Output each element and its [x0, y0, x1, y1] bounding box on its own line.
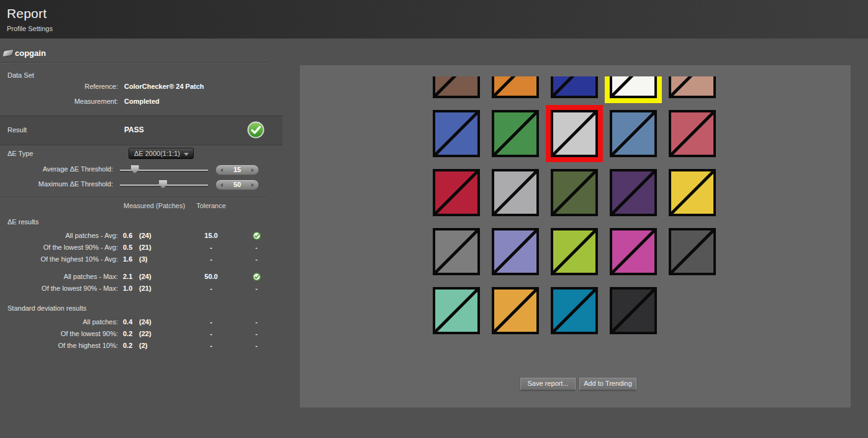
- result-row: Of the highest 10% - Avg:1.6(3)--: [0, 255, 283, 267]
- row-pass-status: [244, 273, 269, 281]
- patch-diagonal-line: [612, 290, 654, 332]
- slider-thumb[interactable]: [131, 165, 139, 173]
- patch-report-panel: Save report... Add to Trending: [300, 65, 851, 408]
- pass-check-icon: [253, 232, 261, 240]
- color-patch[interactable]: [610, 228, 657, 275]
- reference-label: Reference:: [0, 83, 118, 91]
- pass-check-icon: [247, 121, 264, 139]
- color-patch[interactable]: [669, 228, 716, 275]
- reference-value: ColorChecker® 24 Patch: [124, 83, 204, 91]
- result-row-label: Of the lowest 90% - Avg:: [0, 244, 118, 252]
- patch-count: (21): [139, 285, 151, 293]
- color-patch[interactable]: [551, 228, 598, 275]
- spinner-left-arrow-icon[interactable]: [220, 168, 223, 172]
- report-settings-pane: copgain Data Set Reference: ColorChecker…: [0, 39, 283, 438]
- color-patch[interactable]: [551, 169, 598, 216]
- row-status-dash: -: [244, 318, 269, 326]
- patch-diagonal-line: [612, 230, 654, 273]
- result-row: Of the lowest 90% - Max:1.0(21)--: [0, 285, 283, 296]
- measured-value: 1.0: [123, 285, 139, 293]
- tolerance-value: -: [183, 244, 239, 252]
- color-patch[interactable]: [433, 169, 480, 216]
- de-type-dropdown[interactable]: ΔE 2000(1:1:1): [129, 148, 194, 159]
- patch-count: (24): [139, 273, 151, 281]
- color-patch[interactable]: [433, 110, 480, 157]
- results-table: Measured (Patches) Tolerance ΔE resultsA…: [0, 197, 283, 354]
- measured-value: 0.2: [123, 342, 139, 350]
- divider: [0, 62, 267, 63]
- result-row-label: All patches - Avg:: [0, 232, 118, 240]
- color-patch[interactable]: [492, 169, 539, 216]
- color-patch[interactable]: [492, 287, 539, 334]
- row-status-dash: -: [244, 244, 269, 252]
- color-patch[interactable]: [669, 169, 716, 216]
- max-threshold-value: 50: [233, 181, 241, 188]
- profile-icon: [2, 50, 13, 57]
- color-patch[interactable]: [433, 228, 480, 275]
- color-patch[interactable]: [610, 287, 657, 334]
- result-row-label: Of the lowest 90% - Max:: [0, 285, 118, 293]
- result-row: Of the lowest 90% - Avg:0.5(21)--: [0, 244, 283, 255]
- results-group-label: Standard deviation results: [0, 304, 283, 313]
- title-bar: Report Profile Settings: [0, 0, 868, 39]
- color-patch[interactable]: [610, 110, 657, 157]
- measurement-value: Completed: [124, 98, 160, 106]
- add-to-trending-button[interactable]: Add to Trending: [579, 378, 636, 390]
- de-type-label: ΔE Type: [7, 150, 33, 158]
- page-subtitle: Profile Settings: [7, 25, 53, 32]
- patch-diagonal-line: [612, 112, 654, 155]
- tolerance-value: -: [183, 285, 239, 293]
- patch-diagonal-line: [435, 171, 477, 214]
- avg-threshold-row: Average ΔE Threshold: 15: [0, 165, 283, 175]
- result-label: Result: [7, 126, 27, 134]
- tolerance-value: -: [183, 330, 239, 338]
- result-value: PASS: [124, 125, 144, 134]
- result-row-label: All patches - Max:: [0, 273, 118, 281]
- color-patch[interactable]: [551, 110, 598, 157]
- measured-value: 1.6: [123, 255, 139, 263]
- slider-thumb[interactable]: [159, 180, 167, 188]
- row-status-dash: -: [244, 330, 269, 338]
- avg-threshold-spinner[interactable]: 15: [215, 165, 259, 175]
- tolerance-value: 50.0: [183, 273, 239, 281]
- result-row-label: Of the highest 10%:: [0, 342, 118, 350]
- measurement-label: Measurement:: [0, 98, 118, 106]
- color-patch[interactable]: [492, 110, 539, 157]
- color-patch[interactable]: [551, 287, 598, 334]
- patch-diagonal-line: [671, 230, 713, 273]
- patch-count: (24): [139, 232, 151, 240]
- de-type-selected: ΔE 2000(1:1:1): [134, 150, 180, 157]
- color-patch[interactable]: [433, 287, 480, 334]
- measured-value: 2.1: [123, 273, 139, 281]
- color-patch[interactable]: [669, 110, 716, 157]
- patch-count: (22): [139, 330, 151, 338]
- patch-count: (2): [139, 342, 147, 350]
- spinner-right-arrow-icon[interactable]: [251, 183, 254, 187]
- patch-diagonal-line: [435, 230, 477, 273]
- profile-name: copgain: [15, 48, 46, 58]
- tolerance-value: -: [183, 255, 239, 263]
- patch-diagonal-line: [494, 290, 536, 332]
- patch-diagonal-line: [553, 230, 595, 273]
- row-status-dash: -: [244, 342, 269, 350]
- chevron-down-icon: [184, 153, 189, 156]
- result-row-label: All patches:: [0, 318, 118, 326]
- spinner-right-arrow-icon[interactable]: [251, 168, 254, 172]
- color-patch[interactable]: [492, 228, 539, 275]
- measurement-row: Measurement: Completed: [0, 98, 283, 106]
- patch-count: (24): [139, 318, 151, 326]
- patch-count: (3): [139, 255, 147, 263]
- avg-threshold-value: 15: [233, 166, 241, 173]
- max-threshold-spinner[interactable]: 50: [215, 180, 259, 190]
- save-report-button[interactable]: Save report...: [520, 378, 576, 390]
- results-rows: ΔE resultsAll patches - Avg:0.6(24)15.0O…: [0, 218, 283, 354]
- result-row-label: Of the highest 10% - Avg:: [0, 255, 118, 263]
- patch-diagonal-line: [553, 112, 595, 155]
- page-title: Report: [7, 6, 47, 21]
- measured-value: 0.4: [123, 318, 139, 326]
- color-patch[interactable]: [610, 169, 657, 216]
- max-threshold-label: Maximum ΔE Threshold:: [0, 180, 113, 189]
- max-threshold-row: Maximum ΔE Threshold: 50: [0, 180, 283, 190]
- spinner-left-arrow-icon[interactable]: [220, 183, 223, 187]
- measured-value: 0.6: [123, 232, 139, 240]
